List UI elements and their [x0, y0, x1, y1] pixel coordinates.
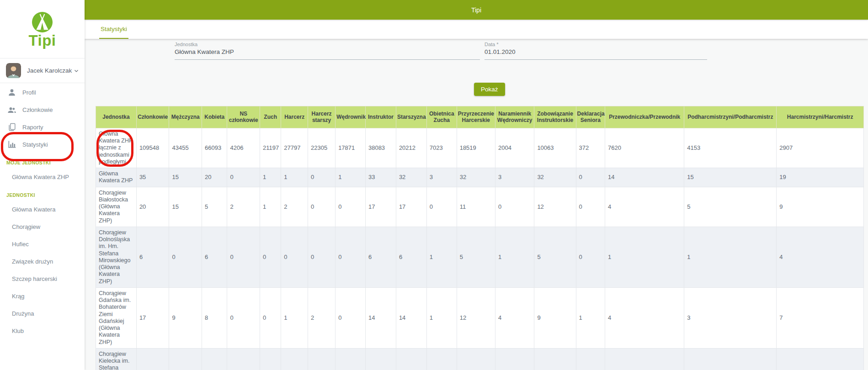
- stat-cell: 1: [281, 287, 308, 348]
- stat-cell: 6: [365, 227, 396, 287]
- statistics-table-wrap: JednostkaCzłonkowieMężczyznaKobietaNS cz…: [96, 106, 864, 370]
- sidebar-item-choragiew[interactable]: Chorągiew: [0, 218, 85, 235]
- table-header-cell: Instruktor: [365, 106, 396, 128]
- unit-field[interactable]: Jednostka Główna Kwatera ZHP: [175, 42, 480, 60]
- stat-cell: 4: [169, 348, 202, 370]
- stat-cell: 1: [426, 287, 457, 348]
- stat-cell: 0: [426, 187, 457, 227]
- date-field-value[interactable]: 01.01.2020: [485, 48, 707, 60]
- app-logo[interactable]: Tipi: [0, 0, 85, 58]
- stat-cell: 19: [777, 168, 864, 187]
- stat-cell: 0: [576, 348, 605, 370]
- stat-cell: 1: [335, 168, 366, 187]
- unit-name-cell: Główna Kwatera ZHP łącznie z jednostkami…: [96, 128, 137, 168]
- date-field[interactable]: Data * 01.01.2020: [485, 42, 707, 60]
- stat-cell: 0: [169, 227, 202, 287]
- stat-cell: 6: [457, 348, 495, 370]
- table-header-cell: Deklaracja Seniora: [576, 106, 605, 128]
- stat-cell: 4153: [684, 128, 777, 168]
- stat-cell: 0: [227, 287, 260, 348]
- stat-cell: 7: [777, 287, 864, 348]
- tipi-tent-icon: [32, 11, 53, 33]
- sidebar-item-glowna-kwatera-zhp[interactable]: Główna Kwatera ZHP: [0, 168, 85, 185]
- stat-cell: 10063: [534, 128, 576, 168]
- stat-cell: 6: [396, 348, 426, 370]
- stat-cell: 0: [308, 348, 335, 370]
- sidebar-item-klub[interactable]: Klub: [0, 322, 85, 339]
- stat-cell: 15: [684, 168, 777, 187]
- stat-cell: 109548: [136, 128, 169, 168]
- stat-cell: 6: [396, 227, 426, 287]
- table-header-cell: Przyrzeczenie Harcerskie: [457, 106, 495, 128]
- stat-cell: 0: [227, 227, 260, 287]
- stat-cell: 3: [684, 287, 777, 348]
- sidebar-item-szczep-harcerski[interactable]: Szczep harcerski: [0, 270, 85, 287]
- stat-cell: 4: [777, 227, 864, 287]
- stat-cell: 9: [777, 187, 864, 227]
- stat-cell: 0: [495, 348, 534, 370]
- unit-name-cell: Główna Kwatera ZHP: [96, 168, 137, 187]
- stat-cell: 2: [308, 287, 335, 348]
- sidebar-item-glowna-kwatera[interactable]: Główna Kwatera: [0, 201, 85, 218]
- sidebar-item-raporty[interactable]: Raporty: [0, 118, 85, 136]
- stat-cell: 0: [576, 187, 605, 227]
- table-header-cell: Harcmistrzyni/Harcmistrz: [777, 106, 864, 128]
- stat-cell: 17: [136, 287, 169, 348]
- stat-cell: 1: [260, 168, 281, 187]
- table-row: Chorągiew Białostocka (Główna Kwatera ZH…: [96, 187, 864, 227]
- table-header-cell: Przewodniczka/Przewodnik: [605, 106, 684, 128]
- stat-cell: 18519: [457, 128, 495, 168]
- stat-cell: 0: [227, 168, 260, 187]
- stat-cell: 1: [684, 227, 777, 287]
- sidebar-item-druzyna[interactable]: Drużyna: [0, 305, 85, 322]
- stat-cell: 2: [281, 187, 308, 227]
- table-header-cell: Naramiennik Wędrowniczy: [495, 106, 534, 128]
- statistics-table: JednostkaCzłonkowieMężczyznaKobietaNS cz…: [96, 106, 864, 370]
- stat-cell: 17: [365, 187, 396, 227]
- unit-field-value[interactable]: Główna Kwatera ZHP: [175, 48, 480, 60]
- table-header-cell: Jednostka: [96, 106, 137, 128]
- table-row: Główna Kwatera ZHP łącznie z jednostkami…: [96, 128, 864, 168]
- sidebar: Tipi Jacek Karolczak ProfilCzłonkowieRap…: [0, 0, 85, 370]
- stat-cell: 12: [457, 287, 495, 348]
- stat-cell: 0: [335, 348, 366, 370]
- sidebar-item-hufiec[interactable]: Hufiec: [0, 235, 85, 253]
- stat-cell: 0: [308, 168, 335, 187]
- sidebar-item-profil[interactable]: Profil: [0, 84, 85, 101]
- unit-name-cell: Chorągiew Kielecka im. Stefana Żeromskie…: [96, 348, 137, 370]
- sidebar-item-label: Profil: [22, 89, 36, 96]
- tab-statystyki[interactable]: Statystyki: [99, 20, 128, 39]
- sidebar-item-krag[interactable]: Krąg: [0, 287, 85, 305]
- table-row: Chorągiew Dolnośląska im. Hm. Stefana Mi…: [96, 227, 864, 287]
- sidebar-item-czlonkowie[interactable]: Członkowie: [0, 101, 85, 118]
- table-header-cell: Zuch: [260, 106, 281, 128]
- stat-cell: 32: [534, 168, 576, 187]
- stat-cell: 20212: [396, 128, 426, 168]
- stat-cell: 5: [202, 187, 227, 227]
- stat-cell: 2: [605, 348, 684, 370]
- sidebar-item-statystyki[interactable]: Statystyki: [0, 136, 85, 153]
- stat-cell: 1: [605, 227, 684, 287]
- table-header-cell: Harcerz starszy: [308, 106, 335, 128]
- stat-cell: 9: [534, 287, 576, 348]
- user-menu[interactable]: Jacek Karolczak: [0, 58, 85, 83]
- stat-cell: 0: [281, 348, 308, 370]
- stat-cell: 27797: [281, 128, 308, 168]
- show-button[interactable]: Pokaż: [474, 83, 505, 96]
- table-header-cell: Obietnica Zucha: [426, 106, 457, 128]
- unit-name-cell: Chorągiew Gdańska im. Bohaterów Ziemi Gd…: [96, 287, 137, 348]
- table-header-cell: Podharcmistrzyni/Podharcmistrz: [684, 106, 777, 128]
- stat-cell: 2: [202, 348, 227, 370]
- stat-cell: 4206: [227, 128, 260, 168]
- stat-cell: 38083: [365, 128, 396, 168]
- stat-cell: 8: [202, 287, 227, 348]
- logo-wordmark: Tipi: [28, 33, 56, 49]
- stat-cell: 0: [576, 227, 605, 287]
- sidebar-item-label: Raporty: [22, 124, 43, 131]
- table-header-row: JednostkaCzłonkowieMężczyznaKobietaNS cz…: [96, 106, 864, 128]
- sidebar-item-zwiazek-druzyn[interactable]: Związek drużyn: [0, 253, 85, 270]
- unit-name-cell: Chorągiew Dolnośląska im. Hm. Stefana Mi…: [96, 227, 137, 287]
- stat-cell: 32: [396, 168, 426, 187]
- user-avatar: [6, 63, 21, 78]
- stat-cell: 0: [308, 227, 335, 287]
